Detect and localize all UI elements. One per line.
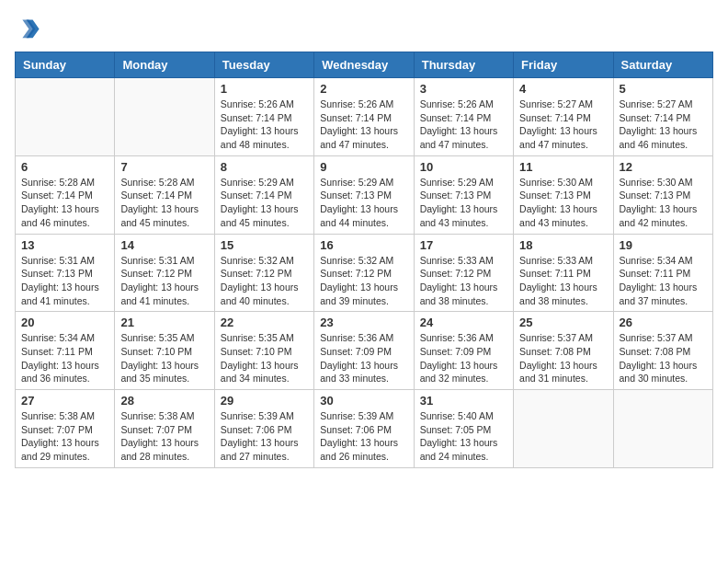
day-number: 16 [320,238,407,252]
calendar-cell: 28Sunrise: 5:38 AM Sunset: 7:07 PM Dayli… [115,390,214,468]
calendar-cell: 3Sunrise: 5:26 AM Sunset: 7:14 PM Daylig… [414,78,513,156]
day-info: Sunrise: 5:36 AM Sunset: 7:09 PM Dayligh… [420,331,507,385]
day-number: 18 [519,238,607,252]
day-info: Sunrise: 5:38 AM Sunset: 7:07 PM Dayligh… [120,409,208,464]
calendar-cell: 15Sunrise: 5:32 AM Sunset: 7:12 PM Dayli… [214,234,313,312]
day-number: 15 [221,238,308,252]
calendar-cell: 30Sunrise: 5:39 AM Sunset: 7:06 PM Dayli… [314,390,414,468]
calendar-cell: 21Sunrise: 5:35 AM Sunset: 7:10 PM Dayli… [115,312,214,390]
day-info: Sunrise: 5:27 AM Sunset: 7:14 PM Dayligh… [519,98,607,152]
calendar-cell [514,390,613,468]
calendar-cell: 10Sunrise: 5:29 AM Sunset: 7:13 PM Dayli… [414,155,513,234]
calendar-cell: 22Sunrise: 5:35 AM Sunset: 7:10 PM Dayli… [214,312,313,390]
logo [15,15,44,40]
day-of-week-header: Friday [514,52,613,78]
day-number: 19 [620,238,707,252]
day-number: 14 [120,238,208,252]
page-header [15,15,713,40]
calendar-cell: 25Sunrise: 5:37 AM Sunset: 7:08 PM Dayli… [514,312,613,390]
calendar-cell: 4Sunrise: 5:27 AM Sunset: 7:14 PM Daylig… [514,78,613,156]
day-number: 2 [320,82,407,96]
day-number: 6 [21,160,108,174]
day-info: Sunrise: 5:31 AM Sunset: 7:12 PM Dayligh… [120,254,208,308]
calendar-cell: 18Sunrise: 5:33 AM Sunset: 7:11 PM Dayli… [514,234,613,312]
day-info: Sunrise: 5:33 AM Sunset: 7:12 PM Dayligh… [420,254,507,308]
day-number: 22 [221,316,308,329]
day-number: 21 [120,316,208,329]
calendar-cell: 12Sunrise: 5:30 AM Sunset: 7:13 PM Dayli… [613,155,712,234]
day-number: 20 [21,316,108,329]
day-info: Sunrise: 5:40 AM Sunset: 7:05 PM Dayligh… [420,409,507,464]
logo-icon [15,15,40,40]
day-number: 17 [420,238,507,252]
day-number: 13 [21,238,108,252]
day-of-week-header: Sunday [16,52,115,78]
calendar-cell: 5Sunrise: 5:27 AM Sunset: 7:14 PM Daylig… [613,78,712,156]
day-info: Sunrise: 5:35 AM Sunset: 7:10 PM Dayligh… [221,331,308,385]
day-info: Sunrise: 5:28 AM Sunset: 7:14 PM Dayligh… [120,176,208,230]
calendar-cell: 26Sunrise: 5:37 AM Sunset: 7:08 PM Dayli… [613,312,712,390]
day-number: 7 [120,160,208,174]
day-of-week-header: Saturday [613,52,712,78]
calendar-cell: 13Sunrise: 5:31 AM Sunset: 7:13 PM Dayli… [16,234,115,312]
day-info: Sunrise: 5:29 AM Sunset: 7:14 PM Dayligh… [221,176,308,230]
day-info: Sunrise: 5:30 AM Sunset: 7:13 PM Dayligh… [519,176,607,230]
day-number: 31 [420,394,507,408]
day-info: Sunrise: 5:26 AM Sunset: 7:14 PM Dayligh… [221,98,308,152]
day-of-week-header: Thursday [414,52,513,78]
day-info: Sunrise: 5:36 AM Sunset: 7:09 PM Dayligh… [320,331,407,385]
calendar-cell: 29Sunrise: 5:39 AM Sunset: 7:06 PM Dayli… [214,390,313,468]
day-number: 12 [620,160,707,174]
calendar-cell: 14Sunrise: 5:31 AM Sunset: 7:12 PM Dayli… [115,234,214,312]
calendar-header: SundayMondayTuesdayWednesdayThursdayFrid… [16,52,713,78]
day-number: 10 [420,160,507,174]
day-info: Sunrise: 5:35 AM Sunset: 7:10 PM Dayligh… [120,331,208,385]
day-info: Sunrise: 5:33 AM Sunset: 7:11 PM Dayligh… [519,254,607,308]
day-number: 27 [21,394,108,408]
calendar-cell: 6Sunrise: 5:28 AM Sunset: 7:14 PM Daylig… [16,155,115,234]
day-info: Sunrise: 5:34 AM Sunset: 7:11 PM Dayligh… [21,331,108,385]
week-row: 20Sunrise: 5:34 AM Sunset: 7:11 PM Dayli… [16,312,713,390]
day-number: 4 [519,82,607,96]
day-info: Sunrise: 5:32 AM Sunset: 7:12 PM Dayligh… [221,254,308,308]
calendar-cell: 9Sunrise: 5:29 AM Sunset: 7:13 PM Daylig… [314,155,414,234]
day-info: Sunrise: 5:39 AM Sunset: 7:06 PM Dayligh… [221,409,308,464]
day-info: Sunrise: 5:34 AM Sunset: 7:11 PM Dayligh… [620,254,707,308]
day-info: Sunrise: 5:37 AM Sunset: 7:08 PM Dayligh… [519,331,607,385]
day-number: 28 [120,394,208,408]
day-of-week-header: Tuesday [214,52,313,78]
day-number: 1 [221,82,308,96]
calendar-cell: 23Sunrise: 5:36 AM Sunset: 7:09 PM Dayli… [314,312,414,390]
calendar-cell: 20Sunrise: 5:34 AM Sunset: 7:11 PM Dayli… [16,312,115,390]
calendar-cell: 19Sunrise: 5:34 AM Sunset: 7:11 PM Dayli… [613,234,712,312]
day-info: Sunrise: 5:37 AM Sunset: 7:08 PM Dayligh… [620,331,707,385]
day-info: Sunrise: 5:26 AM Sunset: 7:14 PM Dayligh… [420,98,507,152]
calendar-table: SundayMondayTuesdayWednesdayThursdayFrid… [15,52,713,468]
calendar-cell: 24Sunrise: 5:36 AM Sunset: 7:09 PM Dayli… [414,312,513,390]
day-number: 3 [420,82,507,96]
day-info: Sunrise: 5:30 AM Sunset: 7:13 PM Dayligh… [620,176,707,230]
calendar-cell: 11Sunrise: 5:30 AM Sunset: 7:13 PM Dayli… [514,155,613,234]
calendar-cell: 7Sunrise: 5:28 AM Sunset: 7:14 PM Daylig… [115,155,214,234]
calendar-cell: 17Sunrise: 5:33 AM Sunset: 7:12 PM Dayli… [414,234,513,312]
calendar-body: 1Sunrise: 5:26 AM Sunset: 7:14 PM Daylig… [16,78,713,468]
day-info: Sunrise: 5:29 AM Sunset: 7:13 PM Dayligh… [420,176,507,230]
week-row: 6Sunrise: 5:28 AM Sunset: 7:14 PM Daylig… [16,155,713,234]
day-number: 9 [320,160,407,174]
day-info: Sunrise: 5:26 AM Sunset: 7:14 PM Dayligh… [320,98,407,152]
calendar-cell [115,78,214,156]
calendar-cell [16,78,115,156]
day-number: 8 [221,160,308,174]
calendar-cell: 2Sunrise: 5:26 AM Sunset: 7:14 PM Daylig… [314,78,414,156]
calendar-cell: 8Sunrise: 5:29 AM Sunset: 7:14 PM Daylig… [214,155,313,234]
days-of-week-row: SundayMondayTuesdayWednesdayThursdayFrid… [16,52,713,78]
calendar-cell [613,390,712,468]
day-number: 26 [620,316,707,329]
day-number: 23 [320,316,407,329]
day-number: 25 [519,316,607,329]
day-of-week-header: Wednesday [314,52,414,78]
day-number: 29 [221,394,308,408]
calendar-cell: 31Sunrise: 5:40 AM Sunset: 7:05 PM Dayli… [414,390,513,468]
week-row: 1Sunrise: 5:26 AM Sunset: 7:14 PM Daylig… [16,78,713,156]
day-info: Sunrise: 5:38 AM Sunset: 7:07 PM Dayligh… [21,409,108,464]
